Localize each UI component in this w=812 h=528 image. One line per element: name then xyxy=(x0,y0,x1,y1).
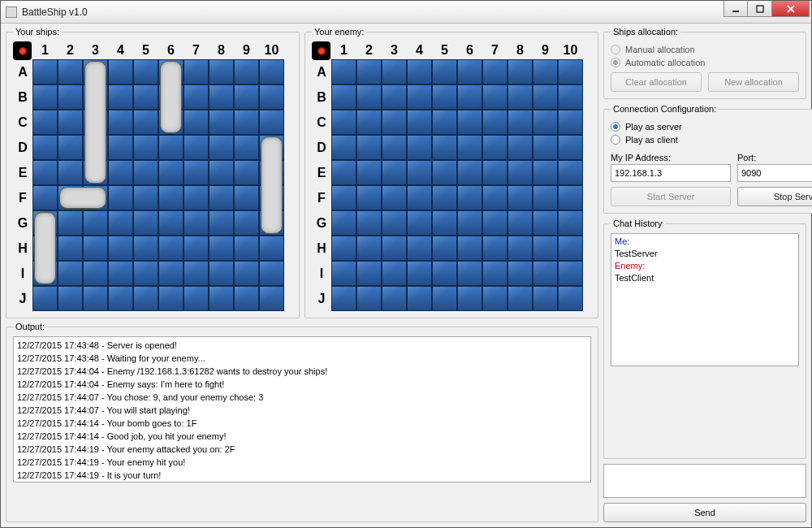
grid-cell[interactable] xyxy=(209,261,234,286)
grid-cell[interactable] xyxy=(58,135,83,160)
grid-cell[interactable] xyxy=(158,135,184,160)
grid-cell[interactable] xyxy=(83,261,108,286)
grid-cell[interactable] xyxy=(457,84,482,110)
grid-cell[interactable] xyxy=(108,261,133,286)
grid-cell[interactable] xyxy=(184,286,209,311)
grid-cell[interactable] xyxy=(533,210,558,236)
grid-cell[interactable] xyxy=(382,59,407,84)
chat-input[interactable] xyxy=(603,464,806,498)
grid-cell[interactable] xyxy=(209,59,234,84)
grid-cell[interactable] xyxy=(432,210,457,236)
output-textarea[interactable]: 12/27/2015 17:43:48 - Server is opened!1… xyxy=(13,336,591,483)
grid-cell[interactable] xyxy=(508,135,533,160)
grid-cell[interactable] xyxy=(356,135,382,160)
grid-cell[interactable] xyxy=(133,210,158,236)
grid-cell[interactable] xyxy=(482,135,508,160)
grid-cell[interactable] xyxy=(457,110,482,135)
grid-cell[interactable] xyxy=(259,236,284,261)
grid-cell[interactable] xyxy=(158,286,184,311)
grid-cell[interactable] xyxy=(32,59,58,84)
grid-cell[interactable] xyxy=(508,185,533,210)
grid-cell[interactable] xyxy=(83,210,108,236)
grid-cell[interactable] xyxy=(209,110,234,135)
grid-cell[interactable] xyxy=(533,110,558,135)
grid-cell[interactable] xyxy=(432,160,457,185)
grid-cell[interactable] xyxy=(356,160,382,185)
grid-cell[interactable] xyxy=(407,286,432,311)
grid-cell[interactable] xyxy=(158,261,184,286)
grid-cell[interactable] xyxy=(158,160,184,185)
grid-cell[interactable] xyxy=(234,261,259,286)
grid-cell[interactable] xyxy=(234,160,259,185)
grid-cell[interactable] xyxy=(533,261,558,286)
grid-cell[interactable] xyxy=(108,210,133,236)
grid-cell[interactable] xyxy=(209,160,234,185)
grid-cell[interactable] xyxy=(356,210,382,236)
grid-cell[interactable] xyxy=(108,185,133,210)
grid-cell[interactable] xyxy=(331,59,356,84)
grid-cell[interactable] xyxy=(58,84,83,110)
grid-cell[interactable] xyxy=(331,286,356,311)
grid-cell[interactable] xyxy=(108,286,133,311)
grid-cell[interactable] xyxy=(533,286,558,311)
grid-cell[interactable] xyxy=(331,236,356,261)
grid-cell[interactable] xyxy=(108,110,133,135)
grid-cell[interactable] xyxy=(356,59,382,84)
play-as-server-radio[interactable]: Play as server xyxy=(611,122,812,132)
grid-cell[interactable] xyxy=(184,135,209,160)
grid-cell[interactable] xyxy=(482,84,508,110)
grid-cell[interactable] xyxy=(482,210,508,236)
grid-cell[interactable] xyxy=(558,160,583,185)
grid-cell[interactable] xyxy=(508,236,533,261)
grid-cell[interactable] xyxy=(533,236,558,261)
grid-cell[interactable] xyxy=(32,84,58,110)
grid-cell[interactable] xyxy=(184,59,209,84)
grid-cell[interactable] xyxy=(356,84,382,110)
grid-cell[interactable] xyxy=(407,110,432,135)
grid-cell[interactable] xyxy=(58,236,83,261)
grid-cell[interactable] xyxy=(356,110,382,135)
grid-cell[interactable] xyxy=(184,110,209,135)
grid-cell[interactable] xyxy=(108,84,133,110)
grid-cell[interactable] xyxy=(382,135,407,160)
grid-cell[interactable] xyxy=(407,160,432,185)
grid-cell[interactable] xyxy=(457,261,482,286)
grid-cell[interactable] xyxy=(259,261,284,286)
grid-cell[interactable] xyxy=(158,210,184,236)
grid-cell[interactable] xyxy=(133,84,158,110)
grid-cell[interactable] xyxy=(482,261,508,286)
grid-cell[interactable] xyxy=(482,110,508,135)
grid-cell[interactable] xyxy=(234,236,259,261)
your-ships-grid[interactable]: 12345678910ABCDEFGHIJ xyxy=(13,41,284,311)
grid-cell[interactable] xyxy=(133,59,158,84)
grid-cell[interactable] xyxy=(558,236,583,261)
grid-cell[interactable] xyxy=(32,160,58,185)
grid-cell[interactable] xyxy=(259,84,284,110)
grid-cell[interactable] xyxy=(558,286,583,311)
grid-cell[interactable] xyxy=(407,84,432,110)
grid-cell[interactable] xyxy=(108,59,133,84)
grid-cell[interactable] xyxy=(432,185,457,210)
grid-cell[interactable] xyxy=(184,236,209,261)
grid-cell[interactable] xyxy=(58,110,83,135)
grid-cell[interactable] xyxy=(558,210,583,236)
grid-cell[interactable] xyxy=(382,160,407,185)
port-input[interactable] xyxy=(737,164,812,182)
grid-cell[interactable] xyxy=(331,185,356,210)
grid-cell[interactable] xyxy=(133,261,158,286)
your-enemy-grid[interactable]: 12345678910ABCDEFGHIJ xyxy=(312,41,583,311)
grid-cell[interactable] xyxy=(133,160,158,185)
grid-cell[interactable] xyxy=(184,84,209,110)
grid-cell[interactable] xyxy=(482,59,508,84)
grid-cell[interactable] xyxy=(533,185,558,210)
stop-server-button[interactable]: Stop Server xyxy=(737,187,812,206)
chat-history-box[interactable]: Me: TestServer Enemy: TestClient xyxy=(611,233,799,366)
grid-cell[interactable] xyxy=(158,236,184,261)
grid-cell[interactable] xyxy=(331,210,356,236)
grid-cell[interactable] xyxy=(58,59,83,84)
grid-cell[interactable] xyxy=(432,135,457,160)
grid-cell[interactable] xyxy=(533,135,558,160)
grid-cell[interactable] xyxy=(133,135,158,160)
grid-cell[interactable] xyxy=(209,286,234,311)
grid-cell[interactable] xyxy=(331,84,356,110)
